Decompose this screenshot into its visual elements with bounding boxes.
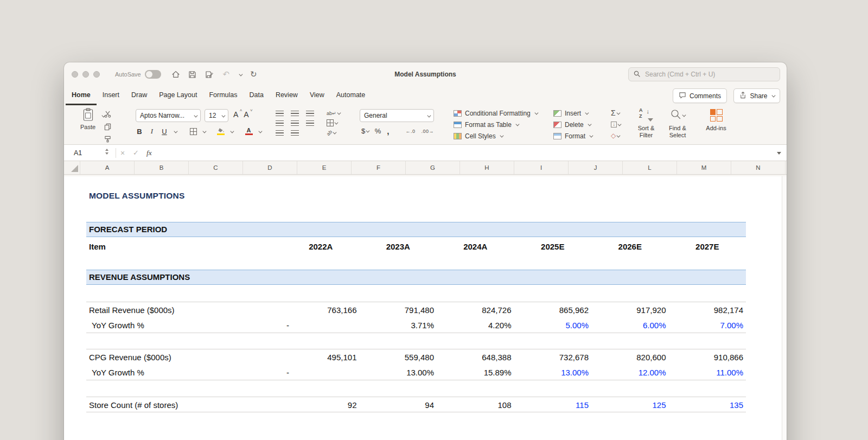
align-right-icon[interactable] [306, 120, 314, 126]
insert-button[interactable]: Insert [553, 109, 592, 118]
align-bottom-icon[interactable] [306, 111, 314, 116]
currency-button[interactable]: $ [361, 127, 369, 135]
col-header-f[interactable]: F [352, 161, 406, 174]
underline-button[interactable]: U [161, 127, 168, 136]
cell[interactable]: 865,962 [514, 302, 592, 318]
cell[interactable]: 2027E [669, 239, 746, 254]
cell[interactable]: 2025E [514, 239, 592, 254]
merge-center-icon[interactable] [327, 119, 340, 126]
autosum-button[interactable]: Σ [611, 109, 621, 117]
cell[interactable]: 3.71% [360, 317, 437, 333]
col-header-c[interactable]: C [189, 161, 243, 174]
minimize-button[interactable] [82, 71, 89, 78]
tab-draw[interactable]: Draw [125, 86, 153, 105]
font-size-dropdown[interactable]: 12 [205, 109, 228, 122]
format-button[interactable]: Format [553, 131, 592, 141]
format-as-table-button[interactable]: Format as Table [454, 120, 537, 129]
cell[interactable]: 2024A [437, 239, 514, 254]
undo-icon[interactable]: ↶ [221, 69, 231, 79]
col-header-b[interactable]: B [135, 161, 189, 174]
col-header-a[interactable]: A [80, 161, 135, 174]
col-header-l[interactable]: L [623, 161, 677, 174]
increase-indent-icon[interactable] [291, 130, 299, 136]
comments-button[interactable]: Comments [673, 88, 727, 103]
tab-home[interactable]: Home [66, 86, 97, 105]
search-input[interactable] [644, 70, 775, 79]
orientation-icon[interactable]: ab [327, 129, 340, 136]
tab-insert[interactable]: Insert [97, 86, 125, 105]
insert-function-icon[interactable]: fx [146, 145, 152, 161]
align-center-icon[interactable] [291, 120, 299, 126]
increase-decimal-icon[interactable]: ←.0 [405, 129, 415, 134]
borders-chevron-icon[interactable] [202, 129, 206, 132]
cell[interactable]: 2022A [282, 239, 360, 254]
search-box[interactable] [628, 67, 780, 81]
font-name-dropdown[interactable]: Aptos Narrow... [136, 109, 201, 122]
tab-formulas[interactable]: Formulas [203, 86, 243, 105]
wrap-text-icon[interactable]: ab↵ [327, 110, 340, 117]
italic-button[interactable]: I [148, 127, 156, 136]
cell[interactable]: 648,388 [437, 349, 514, 365]
cell[interactable]: 108 [437, 397, 514, 413]
sheet-grid[interactable]: MODEL ASSUMPTIONS FORECAST PERIOD Item 2… [64, 176, 787, 440]
tab-data[interactable]: Data [243, 86, 269, 105]
zoom-button[interactable] [93, 71, 100, 78]
col-header-g[interactable]: G [406, 161, 460, 174]
tab-view[interactable]: View [304, 86, 330, 105]
home-icon[interactable] [171, 69, 181, 79]
sort-filter-button[interactable]: A Z ↓ Sort & Filter [633, 107, 660, 138]
formula-input[interactable] [162, 146, 770, 160]
comma-button[interactable]: , [387, 129, 389, 134]
col-header-i[interactable]: I [514, 161, 569, 174]
cell[interactable]: 13.00% [360, 365, 437, 380]
borders-icon[interactable] [190, 128, 197, 135]
col-header-m[interactable]: M [677, 161, 731, 174]
cell[interactable]: Retail Revenue ($000s) [89, 302, 175, 318]
fill-color-button[interactable] [217, 127, 225, 135]
font-color-button[interactable]: A [245, 127, 253, 135]
cell[interactable]: 11.00% [669, 365, 746, 380]
select-all-corner[interactable] [64, 161, 80, 174]
col-header-d[interactable]: D [243, 161, 297, 174]
paste-button[interactable]: Paste [74, 108, 102, 130]
cell[interactable]: 791,480 [360, 302, 437, 318]
name-box[interactable]: A1 [72, 145, 107, 161]
find-select-button[interactable]: Find & Select [664, 107, 691, 138]
bold-button[interactable]: B [136, 127, 143, 136]
cell[interactable]: 15.89% [437, 365, 514, 380]
underline-chevron-icon[interactable] [174, 129, 177, 132]
section-forecast-period[interactable]: FORECAST PERIOD [86, 222, 746, 237]
fill-color-chevron-icon[interactable] [231, 129, 234, 132]
cell[interactable]: 763,166 [282, 302, 360, 318]
align-top-icon[interactable] [276, 111, 284, 116]
cut-icon[interactable] [104, 110, 111, 120]
clear-button[interactable]: ◇ [611, 131, 621, 140]
cell-styles-button[interactable]: Cell Styles [454, 131, 537, 141]
align-middle-icon[interactable] [291, 111, 299, 116]
cell[interactable]: 135 [669, 397, 746, 413]
delete-button[interactable]: Delete [553, 120, 592, 129]
close-button[interactable] [72, 71, 78, 78]
cell[interactable]: - [282, 365, 360, 380]
undo-chevron-icon[interactable] [239, 72, 242, 75]
cell[interactable]: 917,920 [591, 302, 669, 318]
col-header-j[interactable]: J [569, 161, 623, 174]
name-box-stepper[interactable] [105, 149, 108, 155]
decrease-indent-icon[interactable] [276, 130, 284, 136]
cell[interactable]: 7.00% [669, 317, 746, 333]
cell[interactable]: Store Count (# of stores) [89, 397, 178, 413]
tab-page-layout[interactable]: Page Layout [153, 86, 203, 105]
copy-icon[interactable] [104, 123, 111, 132]
cell[interactable]: 125 [591, 397, 669, 413]
save-icon[interactable] [188, 69, 197, 79]
grow-font-button[interactable]: A˄ [233, 110, 238, 119]
cell[interactable]: 5.00% [514, 317, 592, 333]
cell[interactable]: 820,600 [591, 349, 669, 365]
sheet-title-cell[interactable]: MODEL ASSUMPTIONS [89, 191, 185, 201]
cell[interactable]: 824,726 [437, 302, 514, 318]
tab-automate[interactable]: Automate [330, 86, 372, 105]
cell[interactable]: 732,678 [514, 349, 592, 365]
percent-button[interactable]: % [375, 127, 381, 135]
align-left-icon[interactable] [276, 120, 284, 126]
share-button[interactable]: Share [733, 88, 780, 103]
